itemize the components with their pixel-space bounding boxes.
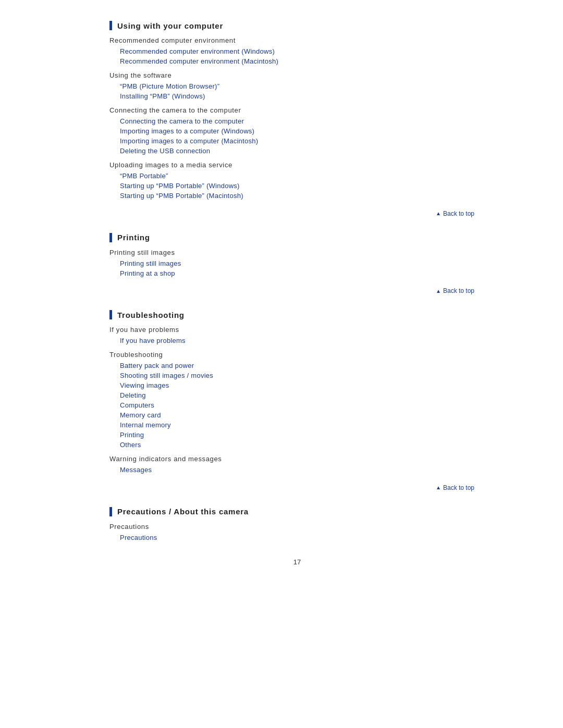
content-area: Using with your computer Recommended com…	[78, 21, 485, 566]
subsection-label-warning: Warning indicators and messages	[109, 455, 485, 463]
section-title-precautions-text: Precautions / About this camera	[117, 507, 249, 516]
subsection-label-software: Using the software	[109, 71, 485, 79]
link-import-mac[interactable]: Importing images to a computer (Macintos…	[109, 136, 485, 146]
link-messages[interactable]: Messages	[109, 465, 485, 475]
section-precautions: Precautions / About this camera Precauti…	[109, 507, 485, 542]
link-connect-camera[interactable]: Connecting the camera to the computer	[109, 116, 485, 126]
section-title-troubleshooting: Troubleshooting	[109, 310, 485, 319]
back-to-top-row-2: Back to top	[109, 286, 485, 295]
subsection-label-troubleshooting: Troubleshooting	[109, 351, 485, 359]
link-computers[interactable]: Computers	[109, 400, 485, 410]
subsection-label-precautions: Precautions	[109, 523, 485, 530]
link-pmb-portable-mac[interactable]: Starting up “PMB Portable” (Macintosh)	[109, 191, 485, 201]
link-pmb-portable-windows[interactable]: Starting up “PMB Portable” (Windows)	[109, 181, 485, 191]
link-battery[interactable]: Battery pack and power	[109, 361, 485, 371]
link-pmb-portable[interactable]: “PMB Portable”	[109, 171, 485, 181]
page-number: 17	[109, 558, 485, 566]
link-import-windows[interactable]: Importing images to a computer (Windows)	[109, 126, 485, 136]
subsection-label-connecting: Connecting the camera to the computer	[109, 106, 485, 114]
section-title-printing: Printing	[109, 233, 485, 242]
section-troubleshooting: Troubleshooting If you have problems If …	[109, 310, 485, 491]
subsection-label-have-problems: If you have problems	[109, 326, 485, 334]
link-printing-shop[interactable]: Printing at a shop	[109, 268, 485, 278]
link-precautions[interactable]: Precautions	[109, 533, 485, 542]
section-title-troubleshooting-text: Troubleshooting	[117, 311, 185, 319]
link-printing-still[interactable]: Printing still images	[109, 258, 485, 268]
back-to-top-link-1[interactable]: Back to top	[436, 210, 474, 217]
link-printing-ts[interactable]: Printing	[109, 430, 485, 440]
section-title-printing-text: Printing	[117, 233, 150, 242]
back-to-top-link-2[interactable]: Back to top	[436, 287, 474, 294]
back-to-top-link-3[interactable]: Back to top	[436, 484, 474, 491]
subsection-label-uploading: Uploading images to a media service	[109, 161, 485, 169]
link-have-problems[interactable]: If you have problems	[109, 336, 485, 346]
section-title-precautions: Precautions / About this camera	[109, 507, 485, 516]
subsection-label-recommended: Recommended computer environment	[109, 36, 485, 44]
link-recommended-windows[interactable]: Recommended computer environment (Window…	[109, 46, 485, 56]
link-shooting-still-movies[interactable]: Shooting still images / movies	[109, 371, 485, 380]
link-others[interactable]: Others	[109, 440, 485, 450]
page-container: Using with your computer Recommended com…	[0, 0, 563, 728]
link-delete-usb[interactable]: Deleting the USB connection	[109, 146, 485, 156]
section-title-text: Using with your computer	[117, 21, 223, 30]
link-install-pmb[interactable]: Installing “PMB” (Windows)	[109, 91, 485, 101]
link-internal-memory[interactable]: Internal memory	[109, 420, 485, 430]
link-memory-card[interactable]: Memory card	[109, 410, 485, 420]
back-to-top-row-3: Back to top	[109, 483, 485, 491]
section-title-using-with-computer: Using with your computer	[109, 21, 485, 30]
link-viewing-images[interactable]: Viewing images	[109, 380, 485, 390]
back-to-top-row-1: Back to top	[109, 208, 485, 217]
link-pmb[interactable]: “PMB (Picture Motion Browser)”	[109, 81, 485, 91]
section-printing: Printing Printing still images Printing …	[109, 233, 485, 295]
link-deleting[interactable]: Deleting	[109, 390, 485, 400]
subsection-label-printing-still: Printing still images	[109, 249, 485, 256]
link-recommended-mac[interactable]: Recommended computer environment (Macint…	[109, 56, 485, 66]
section-using-with-computer: Using with your computer Recommended com…	[109, 21, 485, 217]
